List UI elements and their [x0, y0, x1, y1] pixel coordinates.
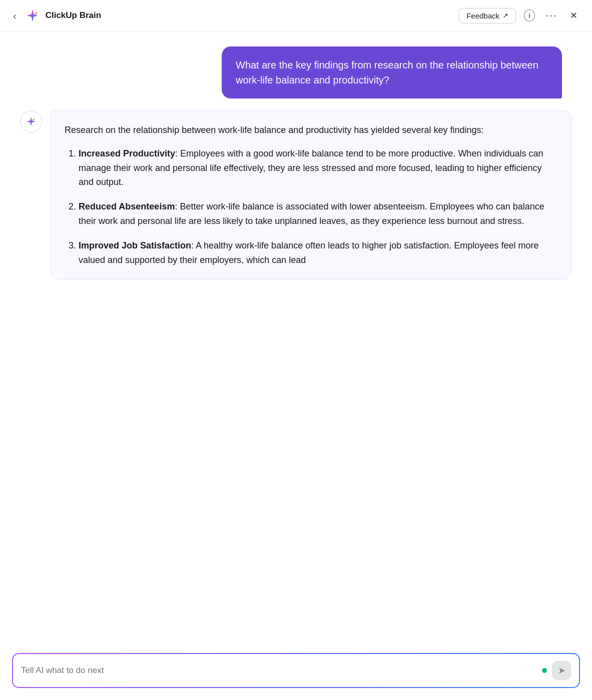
app-title: ClickUp Brain: [46, 10, 101, 20]
ai-intro-text: Research on the relationship between wor…: [65, 123, 557, 138]
list-item: Increased Productivity: Employees with a…: [79, 146, 557, 190]
ai-message-wrapper: Research on the relationship between wor…: [20, 110, 572, 280]
feedback-button[interactable]: Feedback ↗: [459, 8, 516, 24]
more-options-button[interactable]: ···: [543, 7, 560, 24]
user-message-text: What are the key findings from research …: [236, 60, 538, 86]
list-item: Reduced Absenteeism: Better work-life ba…: [79, 200, 557, 228]
send-button[interactable]: ➤: [552, 661, 571, 680]
header: ‹ ClickUp Brain Feedback ↗: [0, 0, 592, 32]
input-footer: ➤: [0, 645, 592, 700]
ai-bubble: Research on the relationship between wor…: [50, 110, 572, 280]
online-indicator: [542, 668, 547, 673]
ai-findings-list: Increased Productivity: Employees with a…: [65, 146, 557, 268]
finding-title-1: Increased Productivity: [79, 148, 175, 158]
header-right: Feedback ↗ i ··· ✕: [459, 7, 582, 24]
more-icon: ···: [545, 9, 557, 22]
sparkle-logo-icon: [26, 8, 40, 22]
external-link-icon: ↗: [502, 12, 508, 20]
app-logo: [25, 8, 41, 24]
feedback-label: Feedback: [466, 12, 499, 20]
chat-input[interactable]: [21, 666, 537, 676]
back-button[interactable]: ‹: [10, 8, 20, 24]
user-bubble: What are the key findings from research …: [222, 46, 562, 98]
info-button[interactable]: i: [521, 7, 538, 24]
chat-area: What are the key findings from research …: [0, 32, 592, 645]
send-icon: ➤: [558, 665, 565, 676]
ai-avatar: [20, 110, 42, 132]
input-box: ➤: [12, 653, 580, 688]
ai-sparkle-icon: [26, 116, 37, 127]
info-icon: i: [524, 10, 535, 22]
finding-title-2: Reduced Absenteeism: [79, 202, 175, 212]
user-message-wrapper: What are the key findings from research …: [20, 46, 572, 98]
header-left: ‹ ClickUp Brain: [10, 8, 454, 24]
close-button[interactable]: ✕: [565, 7, 582, 24]
close-icon: ✕: [570, 10, 577, 21]
finding-title-3: Improved Job Satisfaction: [79, 240, 191, 250]
back-icon: ‹: [13, 10, 17, 22]
list-item: Improved Job Satisfaction: A healthy wor…: [79, 238, 557, 268]
